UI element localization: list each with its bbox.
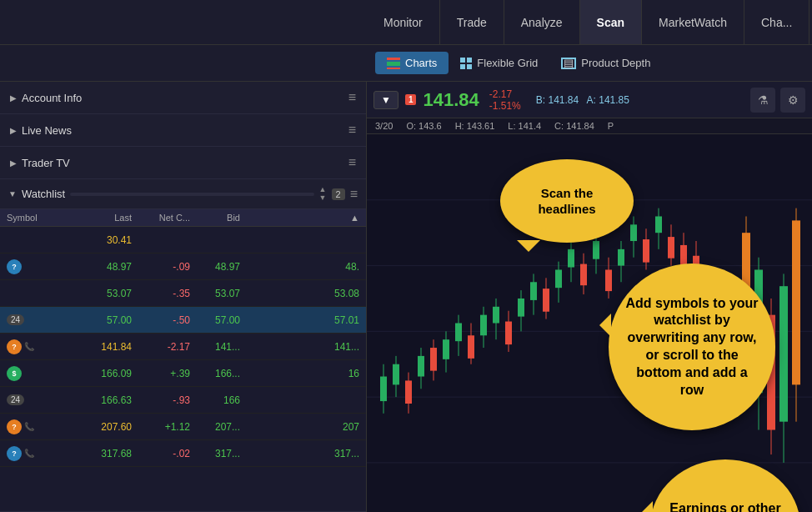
ohlc-open: O: 143.6 [406, 121, 441, 131]
charts-icon [387, 58, 400, 69]
chart-actions: ⚗ ⚙ [750, 88, 805, 113]
tab-scan[interactable]: Scan [580, 0, 642, 44]
live-news-header[interactable]: ▶ Live News ≡ [0, 114, 366, 146]
svg-rect-41 [593, 241, 599, 259]
svg-rect-45 [618, 249, 624, 266]
bid-ask: B: 141.84 A: 141.85 [536, 94, 629, 106]
ohlc-close: C: 141.84 [554, 121, 594, 131]
watchlist-section: ▼ Watchlist ▲ ▼ 2 ≡ Symbol Last Net C...… [0, 179, 366, 512]
chevron-right-icon: ▶ [10, 93, 17, 103]
col-header-symbol[interactable]: Symbol [7, 213, 73, 223]
svg-rect-47 [630, 224, 637, 241]
svg-rect-39 [580, 264, 587, 286]
trader-tv-section: ▶ Trader TV ≡ [0, 147, 366, 179]
row-badge: 24 [7, 314, 24, 325]
symbol-icon-orange: ? [7, 339, 22, 354]
chart-header: ▼ 1 141.84 -2.17 -1.51% B: 141.84 A: 141… [367, 82, 812, 118]
col-header-last[interactable]: Last [73, 213, 132, 223]
menu-icon-2[interactable]: ≡ [348, 123, 356, 138]
svg-rect-37 [568, 249, 574, 268]
svg-rect-15 [430, 348, 437, 371]
svg-rect-7 [380, 377, 387, 402]
nav-tabs: Monitor Trade Analyze Scan MarketWatch C… [367, 0, 812, 44]
col-header-extra: ▲ [240, 213, 359, 223]
ohlc-date: 3/20 [375, 121, 393, 131]
product-depth-icon: ▤ [561, 58, 576, 69]
table-row[interactable]: ? 📞 141.84 -2.17 141... 141... [0, 334, 366, 360]
trader-tv-header[interactable]: ▶ Trader TV ≡ [0, 147, 366, 178]
tab-trade[interactable]: Trade [440, 0, 504, 44]
tab-marketwatch[interactable]: MarketWatch [642, 0, 744, 44]
tab-charts-partial[interactable]: Cha... [744, 0, 809, 44]
account-info-header[interactable]: ▶ Account Info ≡ [0, 82, 366, 113]
svg-rect-9 [393, 364, 399, 385]
watchlist-header: ▼ Watchlist ▲ ▼ 2 ≡ [0, 179, 366, 209]
svg-rect-27 [505, 322, 512, 345]
menu-icon-4[interactable]: ≡ [350, 187, 358, 202]
chart-canvas: $1_07 Scan the headlines Add symbols to … [367, 134, 812, 512]
main-content: ▶ Account Info ≡ ▶ Live News ≡ ▶ Trader … [0, 82, 812, 512]
svg-rect-31 [530, 282, 537, 300]
table-row[interactable]: $ 166.09 +.39 166... 16 [0, 360, 366, 387]
table-row[interactable]: ? 📞 207.60 +1.12 207... 207 [0, 414, 366, 440]
svg-rect-33 [543, 289, 549, 312]
ohlc-high: H: 143.61 [455, 121, 495, 131]
price-display: 141.84 [423, 89, 479, 111]
table-row[interactable]: 30.41 [0, 227, 366, 253]
watchlist-table: 30.41 ? 48.97 -.09 48.97 48. [0, 227, 366, 467]
svg-rect-21 [468, 335, 474, 359]
bubble-scan: Scan the headlines [500, 159, 634, 243]
tab-monitor[interactable]: Monitor [367, 0, 440, 44]
symbol-icon-blue-2: ? [7, 446, 22, 461]
menu-icon[interactable]: ≡ [348, 90, 356, 105]
flexible-grid-button[interactable]: Flexible Grid [449, 52, 549, 74]
symbol-dropdown[interactable]: ▼ [373, 91, 398, 109]
table-row[interactable]: ? 📞 317.68 -.02 317... 317... [0, 440, 366, 467]
ask-label: A: [587, 94, 596, 106]
table-row[interactable]: ? 48.97 -.09 48.97 48. [0, 253, 366, 280]
table-row[interactable]: 24 57.00 -.50 57.00 57.01 [0, 307, 366, 334]
phone-icon-2: 📞 [24, 422, 34, 431]
table-row[interactable]: 24 166.63 -.93 166 [0, 387, 366, 414]
price-change-pct: -1.51% [489, 100, 521, 112]
svg-rect-19 [455, 324, 462, 342]
charts-button[interactable]: Charts [375, 52, 449, 74]
bid-value: 141.84 [548, 94, 579, 106]
ask-value: 141.85 [599, 94, 629, 106]
svg-rect-35 [555, 269, 562, 288]
col-header-bid[interactable]: Bid [190, 213, 240, 223]
svg-rect-13 [418, 356, 424, 377]
chevron-down-icon: ▼ [8, 189, 17, 198]
top-nav: Monitor Trade Analyze Scan MarketWatch C… [0, 0, 812, 45]
tab-analyze[interactable]: Analyze [504, 0, 580, 44]
svg-rect-29 [518, 299, 524, 317]
ohlc-extra: P [608, 121, 614, 131]
svg-rect-23 [480, 315, 487, 336]
phone-icon: 📞 [24, 342, 34, 351]
ohlc-bar: 3/20 O: 143.6 H: 143.61 L: 141.4 C: 141.… [367, 118, 812, 134]
secondary-toolbar: Charts Flexible Grid ▤ Product Depth [0, 45, 812, 82]
row-badge-2: 24 [7, 394, 24, 405]
phone-icon-3: 📞 [24, 449, 34, 458]
right-chart-area: ▼ 1 141.84 -2.17 -1.51% B: 141.84 A: 141… [367, 82, 812, 512]
symbol-icon-orange-2: ? [7, 419, 22, 434]
chevron-right-icon-3: ▶ [10, 158, 17, 168]
watchlist-search[interactable] [70, 193, 313, 196]
svg-rect-71 [779, 286, 788, 421]
settings-icon[interactable]: ⚙ [780, 88, 805, 113]
svg-rect-53 [668, 237, 674, 259]
live-news-section: ▶ Live News ≡ [0, 114, 366, 147]
symbol-icon-blue: ? [7, 259, 22, 274]
menu-icon-3[interactable]: ≡ [348, 155, 356, 170]
bid-label: B: [536, 94, 545, 106]
product-depth-button[interactable]: ▤ Product Depth [549, 52, 662, 74]
watchlist-table-header: Symbol Last Net C... Bid ▲ [0, 209, 366, 227]
symbol-icon-green: $ [7, 366, 22, 381]
svg-rect-73 [792, 220, 800, 384]
flask-icon[interactable]: ⚗ [750, 88, 775, 113]
col-header-netc[interactable]: Net C... [132, 213, 190, 223]
flexible-grid-icon [460, 58, 472, 69]
table-row[interactable]: 53.07 -.35 53.07 53.08 [0, 280, 366, 307]
svg-rect-17 [443, 339, 449, 359]
alert-badge: 1 [405, 94, 417, 105]
